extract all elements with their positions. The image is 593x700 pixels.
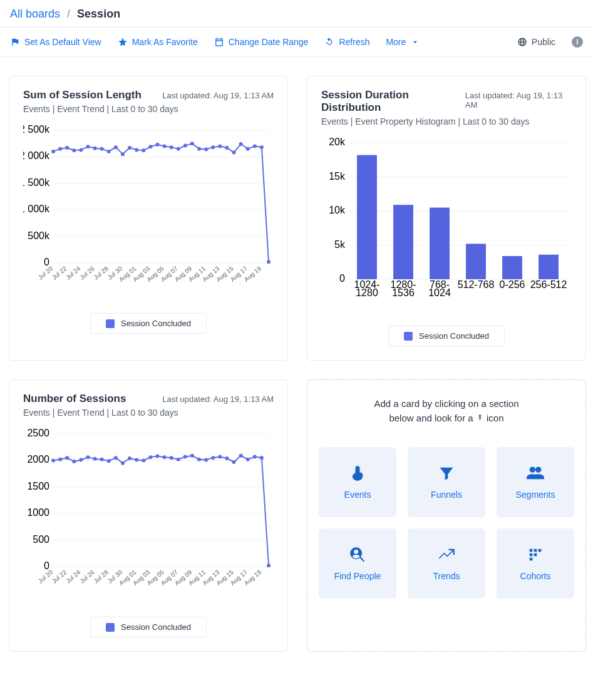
svg-point-98 bbox=[58, 458, 62, 461]
section-label: Find People bbox=[334, 571, 381, 581]
card-session-duration-dist: Session Duration Distribution Last updat… bbox=[307, 76, 586, 361]
grid-icon bbox=[527, 546, 544, 564]
mark-favorite-button[interactable]: Mark As Favorite bbox=[118, 37, 198, 47]
chart-session-duration-dist: 05k10k15k20k1024-12801280-1536768-102451… bbox=[321, 136, 572, 314]
svg-point-42 bbox=[260, 145, 264, 149]
star-icon bbox=[118, 37, 128, 47]
breadcrumb-root[interactable]: All boards bbox=[10, 8, 60, 20]
section-funnels-button[interactable]: Funnels bbox=[408, 447, 485, 517]
svg-point-118 bbox=[197, 458, 201, 461]
svg-point-115 bbox=[177, 458, 180, 461]
svg-point-124 bbox=[239, 454, 243, 458]
visibility-label: Public bbox=[532, 37, 555, 47]
section-label: Segments bbox=[515, 490, 555, 500]
svg-point-102 bbox=[86, 455, 90, 459]
svg-point-128 bbox=[267, 564, 271, 567]
svg-text:2000: 2000 bbox=[27, 454, 49, 465]
svg-point-112 bbox=[155, 455, 159, 458]
refresh-label: Refresh bbox=[339, 37, 369, 47]
section-trends-button[interactable]: Trends bbox=[408, 528, 485, 599]
svg-text:Jul 24: Jul 24 bbox=[64, 569, 82, 585]
card-updated: Last updated: Aug 19, 1:13 AM bbox=[162, 394, 274, 404]
card-num-sessions: Number of Sessions Last updated: Aug 19,… bbox=[9, 379, 288, 652]
svg-text:1024: 1024 bbox=[428, 287, 451, 298]
svg-point-123 bbox=[232, 460, 236, 464]
change-date-range-button[interactable]: Change Date Range bbox=[214, 37, 309, 47]
svg-rect-76 bbox=[430, 208, 450, 279]
card-updated: Last updated: Aug 19, 1:13 AM bbox=[162, 91, 274, 100]
visibility-button[interactable]: Public bbox=[517, 37, 555, 47]
svg-rect-73 bbox=[393, 205, 413, 279]
svg-text:2500: 2500 bbox=[27, 428, 49, 438]
legend-swatch bbox=[404, 332, 413, 341]
chevron-down-icon bbox=[410, 37, 420, 47]
svg-point-100 bbox=[72, 460, 76, 463]
svg-text:0-256: 0-256 bbox=[500, 279, 525, 290]
set-default-view-button[interactable]: Set As Default View bbox=[10, 37, 101, 47]
svg-text:1 500k: 1 500k bbox=[23, 177, 50, 188]
svg-point-43 bbox=[267, 260, 271, 264]
more-label: More bbox=[386, 37, 406, 47]
svg-text:256-512: 256-512 bbox=[530, 279, 567, 290]
section-events-button[interactable]: Events bbox=[319, 447, 396, 517]
svg-point-20 bbox=[107, 150, 111, 153]
change-date-range-label: Change Date Range bbox=[229, 37, 309, 47]
svg-point-24 bbox=[135, 148, 138, 152]
toolbar: Set As Default View Mark As Favorite Cha… bbox=[0, 27, 593, 57]
svg-text:1 000k: 1 000k bbox=[23, 203, 50, 214]
svg-text:20k: 20k bbox=[329, 136, 346, 147]
section-find-people-button[interactable]: Find People bbox=[319, 528, 396, 599]
funnel-icon bbox=[438, 465, 455, 482]
svg-point-116 bbox=[183, 455, 187, 458]
info-button[interactable]: i bbox=[572, 36, 583, 48]
svg-point-106 bbox=[114, 456, 118, 460]
svg-rect-83 bbox=[539, 255, 559, 279]
globe-icon bbox=[517, 37, 527, 47]
svg-text:1536: 1536 bbox=[392, 287, 415, 298]
svg-point-16 bbox=[79, 148, 83, 152]
section-cohorts-button[interactable]: Cohorts bbox=[497, 528, 574, 599]
pin-icon bbox=[476, 414, 484, 422]
svg-rect-81 bbox=[502, 256, 522, 279]
card-title: Number of Sessions bbox=[23, 393, 126, 405]
svg-point-113 bbox=[163, 455, 167, 459]
svg-point-109 bbox=[135, 458, 138, 462]
svg-point-121 bbox=[218, 455, 222, 458]
more-button[interactable]: More bbox=[386, 37, 420, 47]
svg-text:Jul 22: Jul 22 bbox=[51, 265, 68, 281]
svg-point-35 bbox=[211, 145, 215, 149]
svg-point-126 bbox=[253, 455, 257, 458]
svg-text:Jul 26: Jul 26 bbox=[78, 265, 96, 281]
svg-text:2 500k: 2 500k bbox=[23, 124, 50, 135]
svg-point-19 bbox=[100, 147, 104, 151]
svg-point-120 bbox=[211, 456, 215, 460]
svg-point-122 bbox=[225, 456, 229, 460]
add-card-hint: Add a card by clicking on a section belo… bbox=[319, 396, 574, 426]
svg-point-36 bbox=[218, 144, 222, 148]
section-segments-button[interactable]: Segments bbox=[497, 447, 574, 517]
legend: Session Concluded bbox=[90, 617, 207, 637]
svg-rect-79 bbox=[466, 244, 486, 279]
people-icon bbox=[527, 465, 544, 482]
svg-point-101 bbox=[79, 458, 83, 462]
svg-point-25 bbox=[142, 148, 145, 152]
svg-text:1000: 1000 bbox=[27, 507, 49, 518]
card-subtitle: Events | Event Trend | Last 0 to 30 days bbox=[23, 408, 274, 418]
add-card-placeholder: Add a card by clicking on a section belo… bbox=[307, 379, 586, 652]
section-label: Events bbox=[344, 490, 371, 500]
legend-label: Session Concluded bbox=[121, 319, 191, 328]
refresh-button[interactable]: Refresh bbox=[324, 37, 369, 47]
svg-point-14 bbox=[65, 146, 69, 150]
svg-point-107 bbox=[121, 461, 125, 465]
card-title: Session Duration Distribution bbox=[321, 89, 465, 114]
svg-text:15k: 15k bbox=[329, 171, 346, 182]
svg-point-31 bbox=[183, 144, 187, 148]
svg-point-32 bbox=[190, 142, 194, 145]
svg-point-110 bbox=[142, 458, 145, 462]
svg-text:10k: 10k bbox=[329, 205, 346, 215]
svg-point-33 bbox=[197, 147, 201, 151]
svg-point-99 bbox=[65, 456, 69, 460]
svg-point-15 bbox=[72, 148, 76, 152]
refresh-icon bbox=[324, 37, 334, 47]
section-label: Cohorts bbox=[520, 571, 550, 581]
